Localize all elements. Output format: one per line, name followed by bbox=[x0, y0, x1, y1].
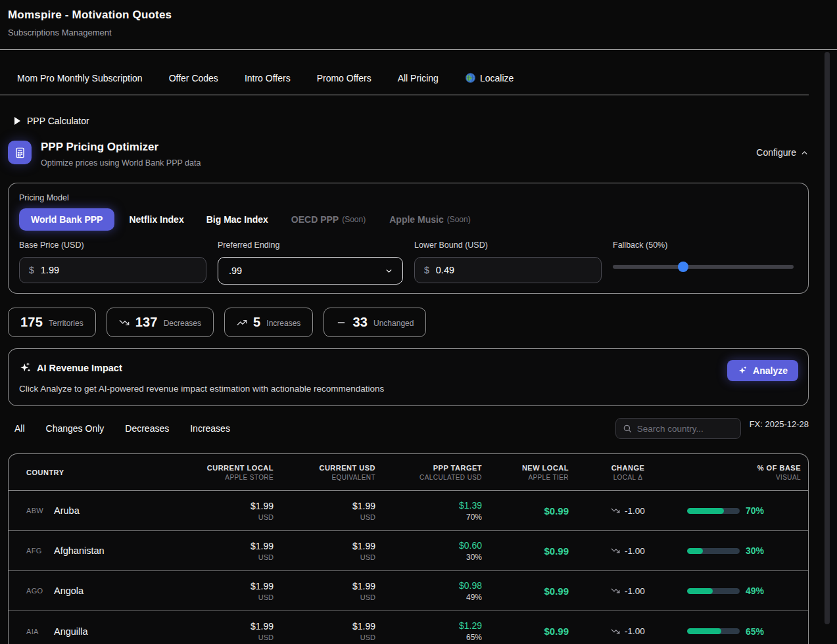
tab-intro-offers[interactable]: Intro Offers bbox=[245, 72, 291, 83]
model-world-bank-ppp[interactable]: World Bank PPP bbox=[19, 208, 114, 231]
trending-down-icon bbox=[611, 546, 620, 555]
pricing-model-label: Pricing Model bbox=[19, 193, 798, 202]
filter-row: All Changes Only Decreases Increases FX:… bbox=[8, 418, 809, 439]
table-row[interactable]: AFGAfghanistan $1.99USD $1.99USD $0.6030… bbox=[9, 531, 808, 571]
search-input[interactable] bbox=[637, 424, 734, 434]
tab-mom-pro-monthly-subscription[interactable]: Mom Pro Monthly Subscription bbox=[17, 72, 143, 83]
fallback-field: Fallback (50%) bbox=[613, 241, 798, 285]
page-title: Momspire - Motivation Quotes bbox=[8, 9, 829, 22]
chevron-up-icon bbox=[800, 149, 809, 157]
filter-all[interactable]: All bbox=[14, 423, 25, 434]
trending-down-icon bbox=[119, 317, 130, 328]
preferred-ending-select[interactable]: .99 bbox=[218, 257, 403, 285]
country-code: AGO bbox=[26, 587, 44, 595]
current-local-cell: $1.99USD bbox=[193, 581, 274, 601]
fallback-slider[interactable] bbox=[613, 257, 798, 283]
pricing-table: COUNTRY CURRENT LOCALAPPLE STORE CURRENT… bbox=[8, 453, 809, 644]
base-price-label: Base Price (USD) bbox=[19, 241, 206, 250]
globe-icon bbox=[465, 72, 476, 83]
change-cell: -1.00 bbox=[569, 506, 687, 516]
tab-promo-offers[interactable]: Promo Offers bbox=[317, 72, 371, 83]
stat-unchanged: 33 Unchanged bbox=[323, 308, 426, 337]
country-code: AIA bbox=[26, 628, 44, 635]
ppp-target-cell: $1.2965% bbox=[375, 620, 482, 642]
pricing-model-switcher: World Bank PPP Netflix Index Big Mac Ind… bbox=[19, 208, 798, 231]
country-name: Anguilla bbox=[54, 626, 88, 637]
progress-bar bbox=[687, 628, 740, 634]
table-row[interactable]: AIAAnguilla $1.99USD $1.99USD $1.2965% $… bbox=[9, 611, 808, 644]
pct-of-base-cell: 49% bbox=[687, 586, 809, 596]
new-local-cell: $0.99 bbox=[482, 505, 569, 517]
col-current-usd: CURRENT USDEQUIVALENT bbox=[274, 464, 375, 481]
lower-bound-input[interactable] bbox=[436, 265, 592, 275]
progress-bar bbox=[687, 508, 740, 514]
base-price-field: Base Price (USD) $ bbox=[19, 241, 206, 285]
configure-toggle[interactable]: Configure bbox=[756, 147, 809, 158]
model-big-mac-index[interactable]: Big Mac Index bbox=[195, 208, 279, 231]
sparkles-icon bbox=[738, 366, 748, 376]
tab-localize[interactable]: Localize bbox=[465, 72, 514, 83]
current-usd-cell: $1.99USD bbox=[274, 581, 375, 601]
configuration-card: Pricing Model World Bank PPP Netflix Ind… bbox=[8, 183, 809, 294]
sparkles-icon bbox=[19, 362, 31, 374]
col-pct-of-base: % OF BASEVISUAL bbox=[687, 464, 808, 481]
current-usd-cell: $1.99USD bbox=[274, 621, 375, 641]
trending-up-icon bbox=[237, 317, 247, 328]
ppp-target-cell: $0.6030% bbox=[375, 540, 482, 562]
stats-row: 175 Territories 137 Decreases 5 Increase… bbox=[8, 308, 809, 337]
stat-territories: 175 Territories bbox=[8, 308, 96, 337]
ppp-calculator-toggle[interactable]: PPP Calculator bbox=[14, 116, 809, 126]
fallback-label: Fallback (50%) bbox=[613, 241, 798, 250]
model-apple-music: Apple Music(Soon) bbox=[377, 208, 483, 231]
tab-all-pricing[interactable]: All Pricing bbox=[398, 72, 439, 83]
new-local-cell: $0.99 bbox=[482, 586, 569, 597]
change-cell: -1.00 bbox=[569, 586, 687, 596]
table-header-row: COUNTRY CURRENT LOCALAPPLE STORE CURRENT… bbox=[9, 454, 808, 491]
base-price-input[interactable] bbox=[41, 265, 197, 275]
ai-card-description: Click Analyze to get AI-powered revenue … bbox=[19, 384, 798, 394]
trending-down-icon bbox=[611, 506, 620, 515]
preferred-ending-label: Preferred Ending bbox=[218, 241, 403, 250]
change-cell: -1.00 bbox=[569, 626, 687, 636]
chevron-down-icon bbox=[385, 267, 393, 275]
optimizer-header: PPP Pricing Optimizer Optimize prices us… bbox=[8, 141, 809, 168]
vertical-scrollbar[interactable] bbox=[825, 52, 830, 624]
country-name: Afghanistan bbox=[54, 545, 105, 556]
col-ppp-target: PPP TARGETCALCULATED USD bbox=[375, 464, 482, 481]
country-name: Angola bbox=[54, 586, 84, 596]
pct-of-base-cell: 70% bbox=[687, 505, 809, 516]
model-netflix-index[interactable]: Netflix Index bbox=[118, 208, 195, 231]
filter-increases[interactable]: Increases bbox=[190, 423, 230, 434]
col-change: CHANGELOCAL Δ bbox=[569, 464, 687, 481]
filter-decreases[interactable]: Decreases bbox=[125, 423, 169, 434]
current-local-cell: $1.99USD bbox=[193, 541, 274, 561]
dollar-prefix: $ bbox=[424, 265, 429, 275]
stat-increases: 5 Increases bbox=[224, 308, 313, 337]
table-row[interactable]: AGOAngola $1.99USD $1.99USD $0.9849% $0.… bbox=[9, 571, 808, 611]
disclosure-triangle-icon bbox=[14, 117, 20, 125]
slider-track[interactable] bbox=[613, 265, 794, 269]
lower-bound-label: Lower Bound (USD) bbox=[414, 241, 602, 250]
col-new-local: NEW LOCALAPPLE TIER bbox=[482, 464, 569, 481]
lower-bound-field: Lower Bound (USD) $ bbox=[414, 241, 602, 285]
pct-of-base-cell: 30% bbox=[687, 545, 809, 556]
ai-card-title: AI Revenue Impact bbox=[37, 363, 122, 373]
filter-changes-only[interactable]: Changes Only bbox=[46, 423, 105, 434]
analyze-button[interactable]: Analyze bbox=[727, 360, 798, 381]
country-code: ABW bbox=[26, 507, 44, 515]
ppp-target-cell: $1.3970% bbox=[375, 500, 482, 522]
country-search[interactable] bbox=[615, 418, 741, 439]
trending-down-icon bbox=[611, 586, 620, 595]
slider-thumb[interactable] bbox=[678, 262, 688, 272]
tab-bar: Mom Pro Monthly Subscription Offer Codes… bbox=[0, 50, 809, 95]
fx-date-label: FX: 2025-12-28 bbox=[750, 419, 809, 429]
tab-offer-codes[interactable]: Offer Codes bbox=[169, 72, 218, 83]
preferred-ending-field: Preferred Ending .99 bbox=[218, 241, 403, 285]
new-local-cell: $0.99 bbox=[482, 545, 569, 557]
pct-of-base-cell: 65% bbox=[687, 626, 809, 637]
table-row[interactable]: ABWAruba $1.99USD $1.99USD $1.3970% $0.9… bbox=[9, 491, 808, 531]
change-cell: -1.00 bbox=[569, 546, 687, 556]
minus-icon bbox=[336, 317, 347, 328]
current-usd-cell: $1.99USD bbox=[274, 541, 375, 561]
progress-bar bbox=[687, 588, 740, 594]
